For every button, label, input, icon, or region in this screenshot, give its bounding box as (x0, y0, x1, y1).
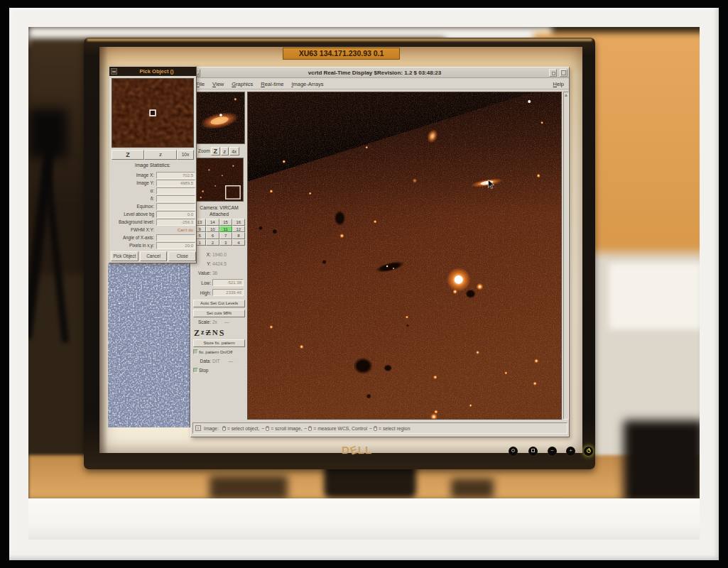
detector-10[interactable]: 10 (206, 226, 219, 233)
fix-pattern-checkbox[interactable] (193, 349, 198, 354)
menu-icon[interactable] (528, 447, 538, 456)
detector-3[interactable]: 3 (219, 239, 232, 246)
scale-fn-Z-button[interactable]: Z (194, 328, 200, 339)
brightness-up-icon[interactable]: + (566, 447, 575, 456)
scale-fn-z-button[interactable]: z (201, 328, 204, 339)
stat-fwhm: FWHM X:Y:Can't do (111, 226, 195, 234)
blur-shapes (210, 476, 288, 500)
brightness-down-icon[interactable]: − (548, 447, 557, 456)
high-cut-input[interactable]: 2339.46 (212, 289, 244, 296)
zoom-in-button[interactable]: Z (112, 150, 144, 160)
pixel-value-readout: Value:36 (191, 271, 247, 275)
rtd-window-title: vcrtd Real-Time Display $Revision: 1.2 $… (202, 70, 548, 76)
close-button[interactable]: Close (168, 251, 196, 261)
white-shelf (28, 498, 700, 540)
mouse-button-icon (266, 426, 269, 431)
scale-value-dropdown[interactable]: 2x (212, 320, 217, 324)
pick-zoom-controls: Z z 10x (112, 150, 195, 160)
info-icon[interactable]: i (195, 425, 201, 431)
stat-level-above-bg: Level above bg0.0 (111, 210, 195, 218)
detector-15[interactable]: 15 (219, 219, 232, 226)
shadow-blob (28, 109, 67, 158)
scroll-up-icon[interactable] (565, 94, 567, 97)
stop-toggle-row: Stop (193, 368, 247, 373)
mouse-button-icon (374, 426, 377, 431)
input-select-icon[interactable] (509, 447, 518, 456)
menu-real-time[interactable]: Real-time (261, 81, 283, 87)
stat-delta: δ: (111, 195, 195, 202)
zoom-view[interactable] (193, 92, 245, 144)
pick-object-titlebar[interactable]: Pick Object () (109, 67, 196, 76)
scale-row: Scale: 2x — (191, 320, 247, 324)
zoom-factor-button[interactable]: 10x (177, 150, 194, 160)
rtd-statusbar: i Image: = select object, ~ = scroll ima… (192, 422, 567, 434)
data-source-dropdown[interactable]: DIT (212, 359, 219, 364)
zoom-factor-button[interactable]: 4x (229, 147, 239, 155)
monitor-screen: XU63 134.171.230.93 0.1 (99, 47, 582, 453)
photo-of-office: XU63 134.171.230.93 0.1 (28, 27, 700, 540)
zoom-out-button[interactable]: z (144, 150, 177, 160)
stat-background-level: Background level:-256.3 (111, 218, 195, 226)
scale-fn-N-button[interactable]: N (212, 328, 218, 339)
vertical-scrollbar[interactable] (563, 92, 569, 420)
menu-view[interactable]: View (212, 81, 224, 87)
rtd-body: Zoom Z z 4x (191, 89, 569, 437)
rtd-titlebar[interactable]: vcrtd Real-Time Display $Revision: 1.2 $… (191, 67, 569, 78)
rtd-menubar: File View Graphics Real-time Image-Array… (191, 79, 569, 89)
detector-16[interactable]: 16 (232, 219, 245, 226)
pick-object-buttons: Pick Object Cancel Close (111, 251, 196, 261)
camera-label: Camera: VIRCAM Attached (191, 205, 247, 217)
mouse-button-icon (308, 426, 312, 431)
picture-frame: XU63 134.171.230.93 0.1 (9, 8, 719, 560)
zoom-checkbox-label: Zoom (198, 148, 210, 153)
desktop-pattern (108, 263, 190, 427)
detector-7[interactable]: 7 (219, 232, 232, 239)
stat-angle-x-axis: Angle of X-axis: (111, 234, 195, 241)
menu-image-arrays[interactable]: Image-Arrays (291, 81, 323, 87)
scale-fn-Z2-button[interactable]: Z (205, 328, 210, 339)
scale-function-buttons: Z z Z N S (194, 328, 224, 339)
pan-view[interactable] (194, 158, 244, 202)
power-icon[interactable] (584, 447, 593, 456)
zoom-in-button[interactable]: Z (211, 147, 220, 155)
pick-object-dialog: Pick Object () (109, 66, 197, 263)
pos-x-readout: X:1940.0 (191, 252, 247, 257)
pos-y-readout: Y:4424.5 (191, 261, 247, 266)
minimize-button[interactable] (549, 69, 557, 77)
image-statistics-header: Image Statistics: (109, 163, 196, 168)
detector-11-selected[interactable]: 11 (219, 226, 232, 233)
detector-2[interactable]: 2 (206, 239, 219, 246)
store-fix-pattern-button[interactable]: Store fix. pattern (193, 339, 245, 347)
image-canvas[interactable] (247, 92, 562, 420)
menu-file[interactable]: File (196, 81, 205, 87)
detector-grid: 13 14 15 16 9 10 11 12 5 6 7 8 1 (193, 219, 245, 246)
detector-4[interactable]: 4 (232, 239, 245, 246)
printer-blur (609, 263, 700, 329)
detector-14[interactable]: 14 (206, 219, 219, 226)
auto-set-cut-levels-button[interactable]: Auto Set Cut Levels (193, 300, 245, 307)
dell-monitor: XU63 134.171.230.93 0.1 (84, 38, 595, 469)
blur-shapes (451, 479, 494, 498)
set-cuts-button[interactable]: Set cuts 98% (193, 310, 245, 317)
cancel-button[interactable]: Cancel (140, 251, 168, 261)
dell-logo: DELL (342, 444, 391, 456)
stat-pixels-xy: Pixels in x,y:20.0 (111, 241, 195, 249)
stat-equinox: Equinox: (111, 202, 195, 210)
low-cut-input[interactable]: -521.38 (212, 279, 244, 286)
detector-6[interactable]: 6 (206, 232, 219, 239)
menu-help[interactable]: Help (553, 81, 564, 87)
stat-image-x: Image X:702.5 (111, 171, 195, 179)
zoom-out-button[interactable]: z (221, 147, 229, 155)
data-source-row: Data: DIT — (191, 359, 247, 364)
stat-alpha: α: (111, 187, 195, 195)
high-cut-row: High: 2339.46 (191, 289, 247, 296)
window-menu-button[interactable] (111, 68, 117, 75)
detector-12[interactable]: 12 (232, 226, 245, 233)
maximize-button[interactable] (560, 69, 567, 77)
pick-object-button[interactable]: Pick Object (111, 251, 138, 261)
stop-checkbox[interactable] (193, 368, 198, 373)
scale-fn-S-button[interactable]: S (219, 328, 224, 339)
detector-8[interactable]: 8 (232, 232, 245, 239)
pick-object-magnified-view[interactable] (112, 78, 194, 148)
menu-graphics[interactable]: Graphics (232, 81, 253, 87)
